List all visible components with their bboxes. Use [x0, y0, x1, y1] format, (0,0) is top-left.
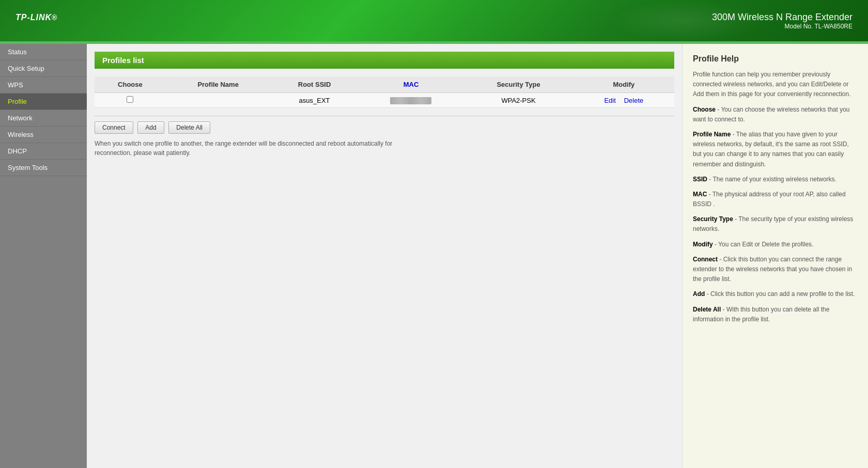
product-info: 300M Wireless N Range Extender Model No.… — [712, 12, 853, 30]
help-delete-all: Delete All - With this button you can de… — [693, 305, 858, 324]
delete-link[interactable]: Delete — [624, 97, 644, 104]
help-connect: Connect - Click this button you can conn… — [693, 255, 858, 285]
col-root-ssid: Root SSID — [270, 76, 358, 93]
section-title: Profiles list — [95, 52, 674, 69]
help-choose: Choose - You can choose the wireless net… — [693, 105, 858, 124]
logo-text: TP-LINK — [16, 13, 52, 22]
logo: TP-LINK® — [16, 12, 57, 29]
mac-value-blurred — [390, 97, 431, 104]
action-buttons: Connect Add Delete All — [95, 121, 674, 134]
row-mac — [359, 93, 464, 108]
product-name: 300M Wireless N Range Extender — [712, 12, 853, 23]
col-security-type: Security Type — [463, 76, 573, 93]
help-connect-term: Connect — [693, 256, 718, 263]
help-add-term: Add — [693, 290, 705, 298]
col-modify: Modify — [574, 76, 674, 93]
row-modify: Edit Delete — [574, 93, 674, 108]
sidebar-item-system-tools[interactable]: System Tools — [0, 160, 87, 176]
sidebar-item-quick-setup[interactable]: Quick Setup — [0, 60, 87, 77]
row-checkbox[interactable] — [127, 96, 133, 103]
sidebar-item-network[interactable]: Network — [0, 110, 87, 127]
col-choose: Choose — [95, 76, 166, 93]
sidebar-item-wireless[interactable]: Wireless — [0, 127, 87, 143]
delete-all-button[interactable]: Delete All — [168, 121, 210, 134]
help-add: Add - Click this button you can add a ne… — [693, 289, 858, 299]
help-security-type: Security Type - The security type of you… — [693, 214, 858, 234]
col-profile-name: Profile Name — [166, 76, 271, 93]
help-ssid-term: SSID — [693, 176, 707, 183]
model-number: Model No. TL-WA850RE — [712, 23, 853, 30]
row-root-ssid: asus_EXT — [270, 93, 358, 108]
layout: Status Quick Setup WPS Profile Network W… — [0, 44, 868, 468]
help-modify-term: Modify — [693, 241, 713, 248]
help-mac: MAC - The physical address of your root … — [693, 190, 858, 209]
profiles-table: Choose Profile Name Root SSID MAC Securi… — [95, 76, 674, 108]
row-security-type: WPA2-PSK — [463, 93, 573, 108]
help-choose-term: Choose — [693, 106, 716, 113]
main-content: Profiles list Choose Profile Name Root S… — [87, 44, 682, 468]
sidebar-item-profile[interactable]: Profile — [0, 93, 87, 110]
table-row: asus_EXT WPA2-PSK Edit Delete — [95, 93, 674, 108]
row-profile-name — [166, 93, 271, 108]
modify-separator — [617, 97, 619, 104]
edit-link[interactable]: Edit — [604, 97, 615, 104]
header: TP-LINK® 300M Wireless N Range Extender … — [0, 0, 868, 41]
help-panel: Profile Help Profile function can help y… — [682, 44, 868, 468]
row-choose[interactable] — [95, 93, 166, 108]
help-title: Profile Help — [693, 54, 858, 64]
help-profile-name-term: Profile Name — [693, 131, 731, 138]
help-add-desc: - Click this button you can add a new pr… — [705, 290, 855, 298]
help-choose-desc: - You can choose the wireless networks t… — [693, 106, 850, 123]
help-security-type-term: Security Type — [693, 215, 733, 223]
note-text: When you switch one profile to another, … — [95, 139, 405, 158]
sidebar-item-wps[interactable]: WPS — [0, 77, 87, 93]
sidebar-item-status[interactable]: Status — [0, 44, 87, 60]
help-intro: Profile function can help you remember p… — [693, 70, 858, 100]
help-mac-desc: - The physical address of your root AP, … — [693, 191, 846, 208]
logo-trademark: ® — [52, 13, 57, 22]
sidebar: Status Quick Setup WPS Profile Network W… — [0, 44, 87, 468]
connect-button[interactable]: Connect — [95, 121, 133, 134]
add-button[interactable]: Add — [137, 121, 164, 134]
help-modify: Modify - You can Edit or Delete the prof… — [693, 240, 858, 249]
help-delete-all-term: Delete All — [693, 306, 721, 313]
sidebar-item-dhcp[interactable]: DHCP — [0, 143, 87, 160]
help-profile-name: Profile Name - The alias that you have g… — [693, 130, 858, 169]
table-divider — [95, 116, 674, 116]
help-mac-term: MAC — [693, 191, 707, 198]
help-ssid: SSID - The name of your existing wireles… — [693, 175, 858, 184]
help-ssid-desc: - The name of your existing wireless net… — [707, 176, 836, 183]
help-modify-desc: - You can Edit or Delete the profiles. — [713, 241, 814, 248]
col-mac: MAC — [359, 76, 464, 93]
